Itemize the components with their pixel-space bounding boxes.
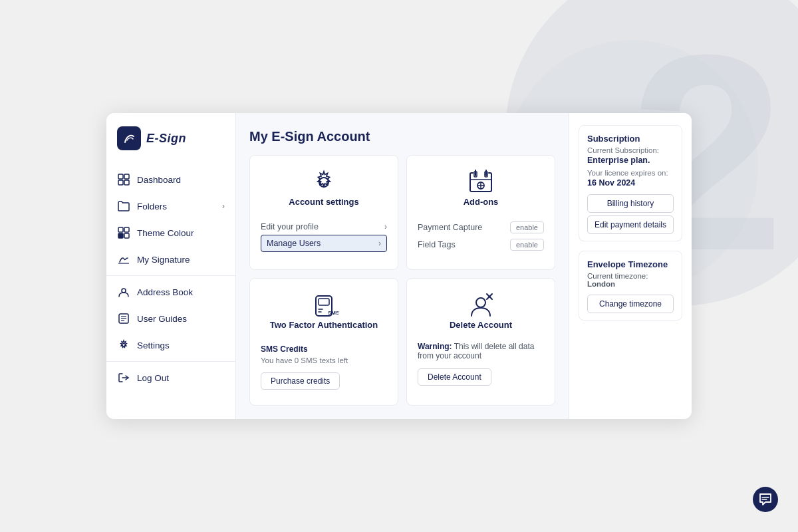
delete-warning: Warning: This will delete all data from … [418, 342, 544, 360]
nav-divider [106, 275, 235, 276]
billing-history-btn[interactable]: Billing history [587, 194, 674, 213]
subscription-section: Subscription Current Subscription: Enter… [579, 125, 682, 241]
guides-icon [117, 312, 130, 325]
chevron-right-icon: › [222, 201, 225, 211]
nav-divider-2 [106, 361, 235, 362]
svg-rect-6 [118, 233, 123, 238]
sidebar-item-dashboard[interactable]: Dashboard [106, 166, 235, 193]
delete-account-btn[interactable]: Delete Account [418, 368, 491, 386]
sidebar: E-Sign Dashboard Folders › [106, 113, 236, 419]
account-settings-icon-wrap: Account settings [261, 168, 387, 213]
theme-icon [117, 226, 130, 239]
right-panel: Subscription Current Subscription: Enter… [569, 113, 692, 419]
timezone-value: London [587, 280, 615, 288]
subscription-expires-date: 16 Nov 2024 [587, 178, 674, 188]
change-timezone-btn[interactable]: Change timezone [587, 295, 674, 313]
timezone-current: Current timezone: London [587, 272, 674, 288]
svg-point-9 [122, 289, 126, 293]
svg-point-28 [476, 298, 485, 307]
account-settings-title: Account settings [261, 197, 387, 207]
account-settings-card: Account settings Edit your profile › Man… [249, 155, 398, 270]
payment-capture-row: Payment Capture enable [418, 219, 544, 236]
subscription-plan: Enterprise plan. [587, 156, 674, 165]
main-card: E-Sign Dashboard Folders › [106, 113, 692, 419]
main-content: My E-Sign Account Account settings Edit … [236, 113, 569, 419]
warning-prefix: Warning: [418, 342, 452, 351]
svg-rect-7 [124, 233, 129, 238]
logo-icon [117, 126, 141, 150]
sms-credits-label: SMS Credits [261, 344, 308, 354]
sidebar-item-user-guides-label: User Guides [137, 314, 187, 324]
sidebar-item-user-guides[interactable]: User Guides [106, 305, 235, 332]
sidebar-item-settings[interactable]: Settings [106, 332, 235, 358]
logo-text: E-Sign [146, 132, 186, 146]
sidebar-item-address-book-label: Address Book [137, 287, 193, 297]
payment-capture-enable-btn[interactable]: enable [510, 221, 544, 233]
subscription-current-label: Current Subscription: [587, 146, 674, 154]
dashboard-icon [117, 173, 130, 186]
delete-account-card: Delete Account Warning: This will delete… [406, 278, 555, 406]
edit-profile-label: Edit your profile [261, 222, 319, 231]
sidebar-item-address-book[interactable]: Address Book [106, 279, 235, 305]
delete-account-title: Delete Account [418, 320, 544, 330]
manage-users-label: Manage Users [267, 239, 321, 248]
edit-profile-row[interactable]: Edit your profile › [261, 219, 387, 235]
timezone-current-label: Current timezone: [587, 272, 648, 280]
svg-rect-0 [118, 174, 123, 179]
timezone-section: Envelope Timezone Current timezone: Lond… [579, 251, 682, 321]
sidebar-item-folders[interactable]: Folders › [106, 193, 235, 219]
edit-profile-chevron: › [384, 222, 387, 231]
sms-info: You have 0 SMS texts left [261, 356, 348, 364]
edit-payment-btn[interactable]: Edit payment details [587, 215, 674, 234]
logo: E-Sign [106, 113, 235, 166]
sms-credits-row: SMS Credits [261, 342, 387, 356]
sidebar-item-my-signature-label: My Signature [137, 255, 190, 265]
svg-rect-4 [118, 227, 123, 232]
field-tags-enable-btn[interactable]: enable [510, 239, 544, 251]
subscription-expires-label: Your licence expires on: [587, 169, 674, 177]
addons-title: Add-ons [418, 197, 544, 207]
svg-rect-24 [319, 299, 329, 305]
timezone-title: Envelope Timezone [587, 259, 674, 269]
two-factor-icon-wrap: SMS Two Factor Authentication [261, 291, 387, 336]
sidebar-item-theme-colour-label: Theme Colour [137, 228, 194, 238]
delete-account-icon [466, 291, 495, 320]
sidebar-item-dashboard-label: Dashboard [137, 175, 181, 185]
manage-users-chevron: › [378, 239, 381, 248]
subscription-title: Subscription [587, 134, 674, 144]
svg-rect-5 [124, 227, 129, 232]
manage-users-row[interactable]: Manage Users › [261, 235, 387, 252]
delete-account-icon-wrap: Delete Account [418, 291, 544, 336]
sidebar-item-folders-label: Folders [137, 201, 167, 211]
address-icon [117, 285, 130, 299]
sidebar-item-theme-colour[interactable]: Theme Colour [106, 219, 235, 246]
svg-rect-3 [124, 180, 129, 185]
sidebar-item-log-out-label: Log Out [137, 373, 169, 383]
two-factor-card: SMS Two Factor Authentication SMS Credit… [249, 278, 398, 406]
field-tags-row: Field Tags enable [418, 236, 544, 253]
payment-capture-label: Payment Capture [418, 223, 482, 232]
sidebar-item-log-out[interactable]: Log Out [106, 364, 235, 391]
svg-rect-2 [118, 180, 123, 185]
gear-icon [309, 168, 338, 197]
field-tags-label: Field Tags [418, 240, 456, 249]
addons-card: Add-ons Payment Capture enable Field Tag… [406, 155, 555, 270]
addons-icon-wrap: Add-ons [418, 168, 544, 213]
sidebar-item-my-signature[interactable]: My Signature [106, 246, 235, 273]
settings-icon [117, 338, 130, 352]
account-grid: Account settings Edit your profile › Man… [249, 155, 555, 406]
addons-icon [466, 168, 495, 197]
chat-bubble[interactable] [753, 487, 778, 512]
svg-text:SMS: SMS [328, 310, 338, 316]
chat-icon [759, 493, 772, 506]
page-title: My E-Sign Account [249, 129, 555, 144]
two-factor-icon: SMS [309, 291, 338, 320]
purchase-credits-btn[interactable]: Purchase credits [261, 372, 340, 390]
svg-rect-1 [124, 174, 129, 179]
folder-icon [117, 200, 130, 213]
sidebar-item-settings-label: Settings [137, 340, 170, 350]
logout-icon [117, 371, 130, 384]
two-factor-title: Two Factor Authentication [261, 320, 387, 330]
signature-icon [117, 253, 130, 266]
